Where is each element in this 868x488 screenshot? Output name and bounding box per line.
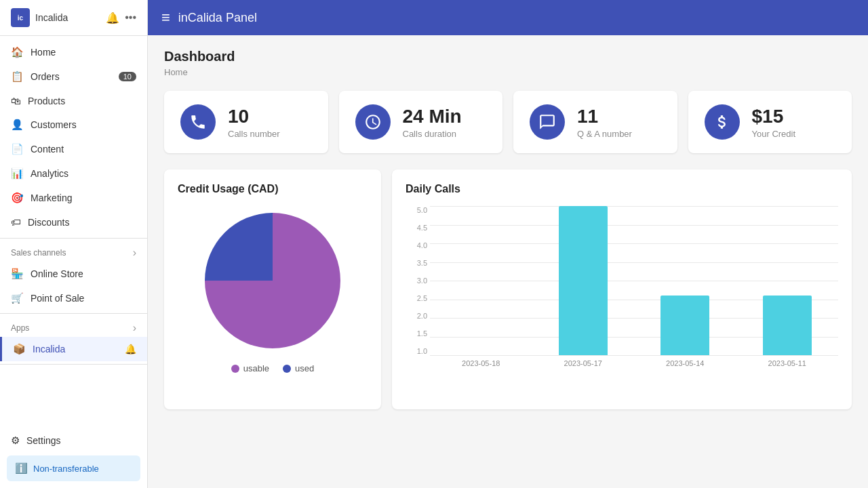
- credit-icon: [705, 104, 740, 140]
- credit-label: Your Credit: [752, 129, 796, 139]
- analytics-icon: 📊: [11, 167, 24, 180]
- sidebar-item-analytics[interactable]: 📊 Analytics: [0, 161, 147, 186]
- bar-group-3: [760, 296, 814, 355]
- x-label-2: 2023-05-14: [658, 359, 712, 367]
- bar-group-1: [556, 206, 610, 355]
- sidebar-label-customers: Customers: [31, 119, 77, 130]
- sidebar-item-incalida[interactable]: 📦 Incalida 🔔: [0, 337, 147, 361]
- sidebar-label-orders: Orders: [31, 71, 60, 82]
- sidebar-label-online-store: Online Store: [31, 268, 83, 279]
- non-transferable-text: Non-transferable: [33, 464, 99, 474]
- sidebar-label-analytics: Analytics: [31, 168, 68, 179]
- brand-logo-text: ic: [18, 14, 23, 22]
- info-icon: ℹ️: [15, 462, 28, 474]
- legend-used-label: used: [295, 363, 314, 373]
- sidebar-item-customers[interactable]: 👤 Customers: [0, 113, 147, 137]
- y-label-15: 1.5: [406, 329, 427, 338]
- pie-chart: [198, 206, 347, 355]
- sales-channels-label: Sales channels: [11, 248, 66, 258]
- apps-chevron[interactable]: ›: [133, 322, 136, 334]
- sidebar-item-settings[interactable]: ⚙ Settings: [0, 428, 147, 453]
- non-transferable-banner: ℹ️ Non-transferable: [7, 455, 140, 481]
- calls-duration-icon: [355, 104, 391, 140]
- brand-name: Incalida: [35, 12, 68, 23]
- daily-calls-card: Daily Calls 5.0 4.5 4.0 3.5 3.0 2.5 2.0 …: [392, 169, 852, 409]
- calls-number-info: 10 Calls number: [228, 106, 280, 139]
- legend-used-dot: [283, 365, 291, 373]
- incalida-icon: 📦: [13, 343, 26, 355]
- charts-row: Credit Usage (CAD) usable: [164, 169, 852, 409]
- legend-usable-dot: [231, 365, 239, 373]
- sales-channels-section: Sales channels › 🏪 Online Store 🛒 Point …: [0, 239, 147, 314]
- marketing-icon: 🎯: [11, 192, 24, 204]
- calls-number-value: 10: [228, 106, 280, 127]
- sidebar-label-incalida: Incalida: [33, 344, 65, 354]
- breadcrumb: Home: [164, 67, 852, 77]
- sidebar-item-marketing[interactable]: 🎯 Marketing: [0, 186, 147, 210]
- credit-value: $15: [752, 106, 796, 127]
- orders-icon: 📋: [11, 70, 24, 83]
- x-label-0: 2023-05-18: [454, 359, 508, 367]
- sidebar-label-point-of-sale: Point of Sale: [31, 293, 84, 304]
- sidebar-item-products[interactable]: 🛍 Products: [0, 89, 147, 113]
- discounts-icon: 🏷: [11, 216, 21, 228]
- calls-duration-label: Calls duration: [403, 129, 462, 139]
- header-title: inCalida Panel: [178, 11, 257, 25]
- qa-number-icon: [530, 104, 565, 140]
- legend-used: used: [283, 363, 314, 373]
- menu-icon[interactable]: ≡: [161, 9, 170, 26]
- legend-usable: usable: [231, 363, 269, 373]
- sidebar: ic Incalida 🔔 ••• 🏠 Home 📋 Orders 10 🛍 P…: [0, 0, 148, 488]
- pie-chart-container: usable used: [178, 206, 368, 373]
- bar-chart-wrapper: 5.0 4.5 4.0 3.5 3.0 2.5 2.0 1.5 1.0: [406, 206, 838, 396]
- credit-usage-title: Credit Usage (CAD): [178, 183, 368, 195]
- point-of-sale-icon: 🛒: [11, 292, 24, 304]
- stat-card-calls-duration: 24 Min Calls duration: [339, 91, 503, 153]
- y-label-35: 3.5: [406, 259, 427, 267]
- sidebar-item-point-of-sale[interactable]: 🛒 Point of Sale: [0, 286, 147, 310]
- stats-row: 10 Calls number 24 Min Calls duration: [164, 91, 852, 153]
- apps-section: Apps › 📦 Incalida 🔔: [0, 314, 147, 365]
- more-icon[interactable]: •••: [125, 12, 136, 24]
- bar-1: [559, 206, 608, 355]
- y-label-45: 4.5: [406, 224, 427, 232]
- y-label-10: 1.0: [406, 347, 427, 355]
- sidebar-label-settings: Settings: [26, 435, 61, 446]
- content-area: Dashboard Home 10 Calls number 24 Min: [148, 35, 868, 488]
- sidebar-brand: ic Incalida 🔔 •••: [0, 0, 147, 36]
- stat-card-credit: $15 Your Credit: [688, 91, 852, 153]
- sidebar-item-content[interactable]: 📄 Content: [0, 137, 147, 161]
- sidebar-label-home: Home: [31, 47, 56, 58]
- sales-channels-chevron[interactable]: ›: [133, 247, 136, 259]
- legend-usable-label: usable: [243, 363, 269, 373]
- calls-number-icon: [180, 104, 216, 140]
- x-label-1: 2023-05-17: [556, 359, 610, 367]
- header-bar: ≡ inCalida Panel: [148, 0, 868, 35]
- y-label-30: 3.0: [406, 277, 427, 285]
- x-label-3: 2023-05-11: [760, 359, 814, 367]
- grid-line-9: [430, 355, 838, 356]
- notification-icon[interactable]: 🔔: [106, 12, 119, 24]
- sales-channels-header: Sales channels ›: [0, 241, 147, 262]
- incalida-pin-icon[interactable]: 🔔: [125, 344, 136, 354]
- bar-group-2: [658, 296, 712, 355]
- sidebar-item-orders[interactable]: 📋 Orders 10: [0, 64, 147, 89]
- credit-info: $15 Your Credit: [752, 106, 796, 139]
- sidebar-label-discounts: Discounts: [28, 217, 69, 228]
- sidebar-label-content: Content: [31, 144, 64, 155]
- credit-usage-card: Credit Usage (CAD) usable: [164, 169, 381, 409]
- calls-duration-value: 24 Min: [403, 106, 462, 127]
- x-axis-labels: 2023-05-18 2023-05-17 2023-05-14 2023-05…: [430, 359, 838, 367]
- main-content: ≡ inCalida Panel Dashboard Home 10 Calls…: [148, 0, 868, 488]
- qa-number-value: 11: [577, 106, 632, 127]
- qa-number-info: 11 Q & A number: [577, 106, 632, 139]
- stat-card-qa-number: 11 Q & A number: [513, 91, 677, 153]
- page-title: Dashboard: [164, 49, 852, 64]
- sidebar-item-home[interactable]: 🏠 Home: [0, 40, 147, 64]
- home-icon: 🏠: [11, 46, 24, 58]
- calls-number-label: Calls number: [228, 129, 280, 139]
- sidebar-item-discounts[interactable]: 🏷 Discounts: [0, 210, 147, 234]
- bar-3: [763, 296, 812, 355]
- products-icon: 🛍: [11, 95, 21, 106]
- sidebar-item-online-store[interactable]: 🏪 Online Store: [0, 262, 147, 286]
